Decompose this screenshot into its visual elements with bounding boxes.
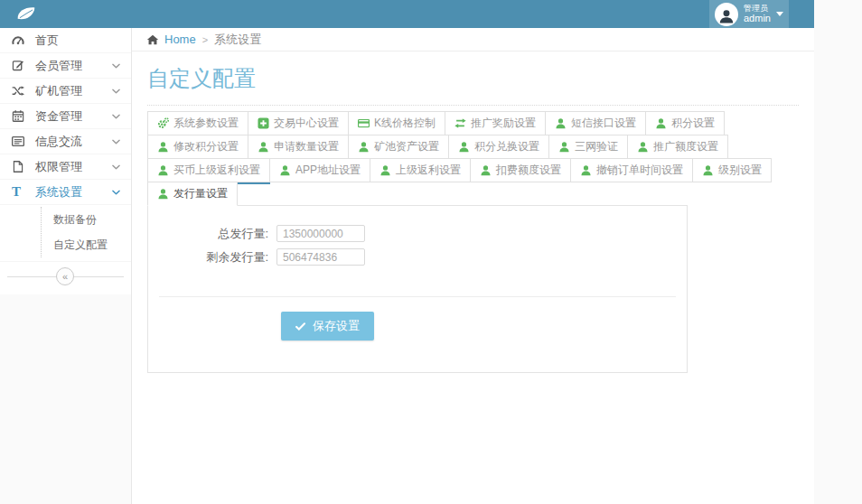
tab-points-exchange[interactable]: 积分兑换设置 <box>448 135 549 159</box>
sidebar-subitem-custom-config[interactable]: 自定义配置 <box>42 232 131 257</box>
chevron-down-icon <box>112 114 120 119</box>
credit-card-icon <box>358 117 370 129</box>
sidebar: 首页 会员管理 矿机管理 资金管理 信息交流 权限管理 T <box>0 28 131 294</box>
tab-promo-quota[interactable]: 推广额度设置 <box>627 135 728 159</box>
total-issuance-field[interactable] <box>276 225 365 242</box>
panel-divider <box>159 296 676 297</box>
tab-label: 推广奖励设置 <box>471 116 536 131</box>
user-icon <box>580 164 592 176</box>
tab-modify-points[interactable]: 修改积分设置 <box>147 135 248 159</box>
newspaper-icon <box>12 135 27 148</box>
tab-label: 矿池资产设置 <box>374 139 439 154</box>
user-icon <box>637 141 649 153</box>
tab-issuance[interactable]: 发行量设置 <box>147 182 238 206</box>
tab-label: 上级返利设置 <box>396 163 461 178</box>
tab-buy-coin-rebate[interactable]: 买币上级返利设置 <box>147 158 270 182</box>
system-settings-submenu: 数据备份 自定义配置 <box>0 205 131 262</box>
user-icon <box>480 164 492 176</box>
form-row: 总发行量: <box>148 225 687 242</box>
tab-panel-issuance: 总发行量: 剩余发行量: 保存设置 <box>147 205 688 373</box>
sidebar-item-label: 系统设置 <box>35 184 82 201</box>
sidebar-item-info-exchange[interactable]: 信息交流 <box>0 129 131 154</box>
remaining-issuance-field[interactable] <box>276 248 365 266</box>
tab-label: APP地址设置 <box>295 163 361 178</box>
home-icon <box>146 34 159 45</box>
breadcrumb-separator: > <box>202 34 208 45</box>
save-button[interactable]: 保存设置 <box>281 312 374 341</box>
sidebar-item-system-settings[interactable]: T 系统设置 <box>0 180 131 205</box>
user-icon <box>555 117 567 129</box>
breadcrumb: Home > 系统设置 <box>132 28 814 51</box>
user-icon <box>157 141 169 153</box>
sidebar-item-funds-mgmt[interactable]: 资金管理 <box>0 104 131 129</box>
tab-pool-assets[interactable]: 矿池资产设置 <box>348 135 449 159</box>
user-icon <box>458 141 470 153</box>
user-icon <box>702 164 714 176</box>
exchange-icon <box>454 117 466 129</box>
sidebar-item-miner-mgmt[interactable]: 矿机管理 <box>0 79 131 104</box>
user-icon <box>258 141 269 153</box>
settings-tabs: 系统参数设置 交易中心设置 K线价格控制 推广奖励设置 <box>147 111 799 206</box>
user-menu-button[interactable]: 管理员 admin <box>709 0 789 28</box>
leaf-icon <box>16 5 36 22</box>
sidebar-subitem-data-backup[interactable]: 数据备份 <box>42 207 131 232</box>
tab-level-settings[interactable]: 级别设置 <box>692 158 772 182</box>
tab-row-3: 买币上级返利设置 APP地址设置 上级返利设置 扣费额度设置 <box>147 158 799 182</box>
edit-icon <box>12 59 27 72</box>
tab-label: 交易中心设置 <box>274 116 339 131</box>
user-icon <box>157 188 169 200</box>
breadcrumb-home-link[interactable]: Home <box>164 33 196 46</box>
tab-label: K线价格控制 <box>374 116 436 131</box>
tab-system-params[interactable]: 系统参数设置 <box>147 111 248 135</box>
dotted-divider <box>147 105 799 106</box>
topbar: 管理员 admin <box>0 0 814 28</box>
check-icon <box>295 322 305 331</box>
user-icon <box>379 164 391 176</box>
tab-app-address[interactable]: APP地址设置 <box>269 158 370 182</box>
dashboard-icon <box>12 33 27 47</box>
user-text: 管理员 admin <box>744 4 771 24</box>
tab-points[interactable]: 积分设置 <box>645 111 725 135</box>
chevron-down-icon <box>112 63 120 69</box>
tab-promo-reward[interactable]: 推广奖励设置 <box>445 111 546 135</box>
tab-label: 修改积分设置 <box>173 139 239 154</box>
form-row: 剩余发行量: <box>148 248 687 266</box>
save-button-label: 保存设置 <box>313 318 360 334</box>
tab-triple-net-verify[interactable]: 三网验证 <box>548 135 628 159</box>
tab-label: 买币上级返利设置 <box>173 163 260 178</box>
chevron-down-icon <box>112 89 120 94</box>
tab-kline-price[interactable]: K线价格控制 <box>348 111 445 135</box>
breadcrumb-current: 系统设置 <box>214 32 261 48</box>
sidebar-item-home[interactable]: 首页 <box>0 28 131 53</box>
issuance-form: 总发行量: 剩余发行量: <box>148 206 687 266</box>
tab-label: 积分设置 <box>671 116 715 131</box>
tab-cancel-order-time[interactable]: 撤销订单时间设置 <box>570 158 693 182</box>
app-screen: 管理员 admin 首页 会员管理 矿机管理 资金管理 <box>0 0 862 504</box>
tab-trade-center[interactable]: 交易中心设置 <box>248 111 349 135</box>
file-icon <box>12 160 27 173</box>
avatar <box>715 3 738 26</box>
tab-upline-rebate[interactable]: 上级返利设置 <box>370 158 471 182</box>
tab-apply-quantity[interactable]: 申请数量设置 <box>248 135 349 159</box>
chevron-down-icon <box>112 190 120 195</box>
sidebar-collapse-button[interactable]: « <box>56 267 74 285</box>
leaf-logo[interactable] <box>16 5 36 22</box>
sidebar-item-member-mgmt[interactable]: 会员管理 <box>0 53 131 79</box>
sidebar-item-permission-mgmt[interactable]: 权限管理 <box>0 154 131 180</box>
shuffle-icon <box>12 84 27 98</box>
user-icon <box>279 164 291 176</box>
user-icon <box>558 141 570 153</box>
tab-label: 三网验证 <box>575 139 618 154</box>
tab-row-4: 发行量设置 <box>147 182 799 206</box>
tab-label: 积分兑换设置 <box>474 139 539 154</box>
sidebar-collapse-row: « <box>0 262 131 293</box>
tab-label: 系统参数设置 <box>173 116 239 131</box>
main-area: Home > 系统设置 自定义配置 系统参数设置 交易中心设置 <box>132 28 814 504</box>
sidebar-item-label: 首页 <box>35 33 59 49</box>
user-icon <box>358 141 370 153</box>
sidebar-item-label: 信息交流 <box>35 134 82 150</box>
tab-row-2: 修改积分设置 申请数量设置 矿池资产设置 积分兑换设置 <box>147 135 799 159</box>
tab-sms-api[interactable]: 短信接口设置 <box>545 111 646 135</box>
tab-label: 扣费额度设置 <box>496 163 561 178</box>
tab-fee-quota[interactable]: 扣费额度设置 <box>470 158 571 182</box>
